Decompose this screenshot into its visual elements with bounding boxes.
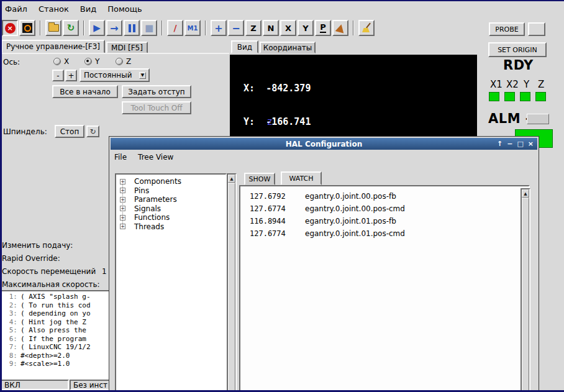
tree-item-components[interactable]: +Components [116, 177, 225, 186]
touch-off-button[interactable]: Задать отступ [122, 85, 191, 98]
ready-status: RDY [503, 58, 534, 73]
expand-plus-icon[interactable]: + [120, 197, 125, 203]
menu-view[interactable]: Вид [79, 3, 98, 15]
scrollbar-thumb[interactable] [228, 183, 235, 392]
hal-menu-file[interactable]: File [114, 153, 127, 162]
gcode-line-text: #<depth>=2.0 [20, 352, 70, 360]
watch-row[interactable]: 127.6774egantry.0.joint.00.pos-cmd [240, 203, 529, 215]
tree-item-functions[interactable]: +Functions [116, 213, 225, 222]
tree-item-pins[interactable]: +Pins [116, 186, 225, 196]
view-x-button[interactable]: X [280, 20, 296, 36]
tab-manual-control[interactable]: Ручное управление-[F3] [1, 40, 105, 53]
tree-item-signals[interactable]: +Signals [116, 204, 225, 214]
expand-plus-icon[interactable]: + [120, 179, 125, 185]
machine-power-button[interactable] [19, 20, 35, 36]
axis-y-radio[interactable]: Y [84, 57, 99, 66]
axis-x-radio-label: X [64, 57, 69, 66]
hal-title-bar[interactable]: HAL Configuration ↑ − □ × [111, 138, 537, 150]
axis-z-radio[interactable]: Z [116, 57, 131, 66]
rotate-view-button[interactable] [332, 20, 348, 36]
watch-row[interactable]: 116.8944egantry.0.joint.01.pos-fb [240, 215, 529, 227]
hal-window-title: HAL Configuration [286, 140, 362, 148]
view-perspective-button[interactable]: P [315, 20, 331, 36]
hal-tab-show[interactable]: SHOW [244, 173, 275, 185]
expand-plus-icon[interactable]: + [120, 188, 125, 193]
tree-item-label: Parameters [134, 195, 177, 204]
view-z-button[interactable]: Z [245, 20, 262, 36]
spindle-extra-button[interactable]: ↻ [86, 125, 99, 137]
hal-tree-scrollbar[interactable]: ▲ [227, 173, 237, 392]
expand-plus-icon[interactable]: + [120, 224, 125, 229]
pause-button[interactable] [124, 20, 140, 36]
window-border-top [0, 0, 564, 1]
tree-item-parameters[interactable]: +Parameters [116, 195, 225, 204]
minimize-icon[interactable]: − [507, 140, 512, 148]
hal-watch-scrollbar[interactable]: ▲ [521, 188, 530, 392]
run-button[interactable]: ▶ [89, 20, 105, 36]
close-icon[interactable]: × [528, 140, 534, 148]
rollup-icon[interactable]: ↑ [497, 140, 503, 148]
view-z-rotated-button[interactable]: N [263, 20, 279, 36]
status-power: ВКЛ [1, 380, 69, 390]
tab-dro[interactable]: Координаты [260, 42, 316, 53]
gcode-line-number: 1: [2, 293, 17, 301]
toolbar-separator [353, 21, 354, 35]
skip-lines-button[interactable]: / [167, 20, 183, 36]
spindle-stop-button[interactable]: Стоп [55, 125, 84, 138]
home-all-button[interactable]: Все в начало [52, 85, 118, 98]
toolbar-separator [40, 21, 41, 35]
view-z-icon: Z [250, 24, 256, 33]
zoom-out-icon: − [232, 22, 240, 34]
view-y-icon: Y [302, 24, 308, 33]
gcode-line-text: ( Also press the [20, 326, 86, 335]
axis-main-window: Файл Станок Вид Помощь × ↻ ▶ → ■ / M1 + … [0, 0, 564, 392]
hal-menu-tree-view[interactable]: Tree View [138, 153, 173, 162]
gcode-line-text: ( LinuxCNC 19/1/2 [20, 343, 91, 352]
rapid-override-label: Rapid Override: [2, 254, 60, 263]
zoom-in-button[interactable]: + [211, 20, 227, 36]
menu-help[interactable]: Помощь [106, 3, 143, 15]
view-perspective-icon: P [320, 23, 326, 33]
watch-value: 127.6792 [250, 192, 305, 201]
jog-plus-button[interactable]: + [65, 70, 77, 81]
stop-button[interactable]: ■ [141, 20, 157, 36]
reload-button[interactable]: ↻ [63, 20, 79, 36]
jog-mode-value: Постоянный [81, 71, 139, 80]
open-file-button[interactable] [45, 20, 61, 36]
gcode-line-number: 3: [2, 309, 17, 318]
scroll-up-icon[interactable]: ▲ [228, 175, 235, 183]
view-y-button[interactable]: Y [298, 20, 314, 36]
gcode-line-number: 6: [2, 335, 17, 344]
tree-item-label: Functions [134, 213, 170, 222]
watch-row[interactable]: 127.6792egantry.0.joint.00.pos-fb [240, 190, 529, 203]
scroll-up-icon[interactable]: ▲ [522, 189, 529, 198]
axis-x-radio[interactable]: X [53, 57, 69, 66]
hal-tab-watch[interactable]: WATCH [281, 171, 322, 185]
clear-plot-button[interactable] [358, 20, 375, 36]
scrollbar-thumb[interactable] [522, 198, 529, 392]
watch-row[interactable]: 127.6774egantry.0.joint.01.pos-cmd [240, 227, 529, 240]
menu-machine[interactable]: Станок [37, 3, 70, 15]
probe-extra-button[interactable] [528, 22, 545, 36]
estop-button[interactable]: × [2, 20, 18, 36]
jog-minus-button[interactable]: - [52, 70, 64, 81]
step-button[interactable]: → [106, 20, 122, 36]
tab-preview[interactable]: Вид [231, 40, 258, 53]
set-origin-button[interactable]: SET ORIGIN [488, 42, 547, 57]
alarm-indicator [527, 114, 549, 124]
optional-stop-icon: M1 [188, 25, 198, 32]
reload-icon: ↻ [67, 22, 75, 34]
jog-mode-dropdown[interactable]: Постоянный ▼ [80, 68, 150, 82]
expand-plus-icon[interactable]: + [120, 206, 125, 211]
tab-mdi[interactable]: MDI [F5] [106, 42, 148, 53]
status-power-text: ВКЛ [4, 381, 20, 390]
menu-file[interactable]: Файл [4, 3, 29, 15]
tool-touch-off-button[interactable]: Tool Touch Off [122, 101, 191, 114]
joint-leds [489, 92, 546, 101]
zoom-out-button[interactable]: − [228, 20, 244, 36]
tree-item-threads[interactable]: +Threads [116, 222, 225, 232]
maximize-icon[interactable]: □ [517, 140, 523, 148]
probe-button[interactable]: PROBE [489, 22, 525, 36]
optional-stop-button[interactable]: M1 [184, 20, 201, 36]
expand-plus-icon[interactable]: + [120, 215, 125, 221]
